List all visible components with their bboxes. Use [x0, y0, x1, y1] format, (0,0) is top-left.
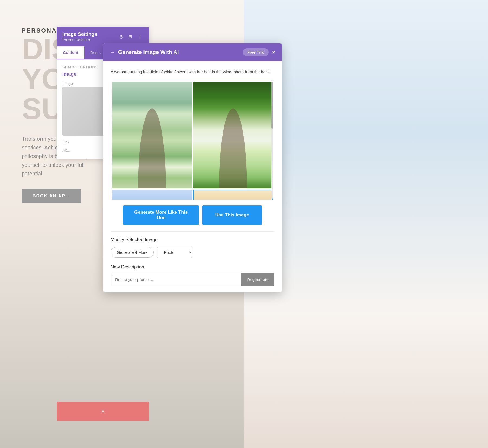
tab-content[interactable]: Content [57, 46, 84, 59]
new-description-section: New Description Regenerate [111, 264, 274, 286]
ai-modal: ← Generate Image With AI Free Trial × A … [103, 43, 282, 292]
prompt-description: A woman running in a field of white flow… [111, 69, 274, 75]
desc-input-row: Regenerate [111, 273, 274, 286]
panel-header-icons: ◎ ⊟ ⋮ [119, 34, 144, 40]
grid-icon[interactable]: ⊟ [129, 34, 134, 40]
image-cell-2[interactable] [193, 82, 273, 188]
scrollbar-thumb[interactable] [271, 82, 273, 129]
back-icon[interactable]: ← [110, 49, 115, 55]
image-cell-3[interactable] [112, 190, 192, 200]
image-cell-1[interactable] [112, 82, 192, 188]
more-icon[interactable]: ⋮ [138, 34, 144, 40]
bottom-bar[interactable]: × [57, 402, 149, 421]
images-grid-container[interactable] [111, 81, 274, 200]
use-image-button[interactable]: Use This Image [202, 205, 262, 225]
modal-close-icon[interactable]: × [272, 49, 275, 55]
modal-header: ← Generate Image With AI Free Trial × [103, 43, 282, 61]
generate-4-button[interactable]: Generate 4 More [111, 247, 154, 258]
images-grid [111, 81, 274, 200]
modal-body: A woman running in a field of white flow… [103, 61, 282, 292]
scrollbar[interactable] [271, 82, 273, 199]
modify-section: Modify Selected Image Generate 4 More Ph… [111, 231, 274, 258]
photo-type-select[interactable]: Photo Illustration Painting Sketch [157, 247, 192, 258]
free-trial-badge[interactable]: Free Trial [243, 48, 269, 56]
panel-title: Image Settings [62, 31, 97, 37]
panel-preset[interactable]: Preset: Default ▾ [62, 38, 97, 42]
close-icon[interactable]: × [101, 408, 105, 415]
desc-input[interactable] [111, 273, 241, 286]
generate-more-button[interactable]: Generate More Like This One [123, 205, 199, 225]
book-appointment-button[interactable]: BOOK AN AP... [22, 189, 81, 203]
modal-header-left: ← Generate Image With AI [110, 49, 179, 55]
focus-icon[interactable]: ◎ [119, 34, 125, 40]
modify-title: Modify Selected Image [111, 237, 274, 242]
new-desc-title: New Description [111, 264, 274, 270]
modal-header-right: Free Trial × [243, 48, 275, 56]
image-cell-4[interactable] [193, 190, 273, 200]
modal-title: Generate Image With AI [118, 49, 179, 55]
regenerate-button[interactable]: Regenerate [241, 273, 274, 286]
modify-controls: Generate 4 More Photo Illustration Paint… [111, 247, 274, 258]
action-buttons: Generate More Like This One Use This Ima… [111, 205, 274, 225]
panel-header-info: Image Settings Preset: Default ▾ [62, 31, 97, 42]
